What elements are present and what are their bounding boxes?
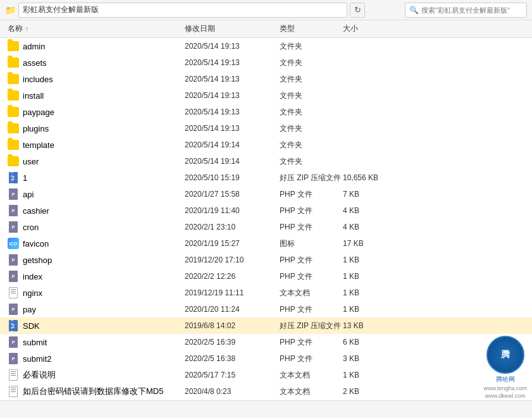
file-type: 文件夹 xyxy=(280,58,343,68)
search-input[interactable] xyxy=(421,6,523,14)
col-header-type[interactable]: 类型 xyxy=(280,23,343,34)
file-date: 2019/12/20 17:10 xyxy=(185,255,280,264)
file-name-text: pay xyxy=(23,305,36,314)
file-name: SDK xyxy=(8,319,185,332)
file-row[interactable]: pay 2020/1/20 11:24 PHP 文件 1 KB xyxy=(0,301,532,317)
file-row[interactable]: nginx 2019/12/19 11:11 文本文档 1 KB xyxy=(0,285,532,301)
file-name-text: nginx xyxy=(23,288,42,298)
folder-icon xyxy=(8,156,19,166)
file-area: 名称 ↑ 修改日期 类型 大小 admin 2020/5/14 19:13 文件… xyxy=(0,20,532,400)
file-name-text: SDK xyxy=(23,321,40,331)
file-row[interactable]: cron 2020/2/1 23:10 PHP 文件 4 KB xyxy=(0,219,532,235)
file-row[interactable]: submit2 2020/2/5 16:38 PHP 文件 3 KB xyxy=(0,350,532,367)
file-name: 必看说明 xyxy=(8,369,185,381)
file-row[interactable]: api 2020/1/27 15:58 PHP 文件 7 KB xyxy=(0,186,532,202)
file-date: 2020/5/14 19:13 xyxy=(185,108,280,116)
zip-icon xyxy=(8,171,19,184)
file-name: getshop xyxy=(8,254,185,266)
file-date: 2020/1/20 11:24 xyxy=(185,305,280,314)
file-row[interactable]: 必看说明 2020/5/17 7:15 文本文档 1 KB xyxy=(0,367,532,383)
file-name-text: submit2 xyxy=(23,354,52,364)
file-row[interactable]: cashier 2020/1/19 11:40 PHP 文件 4 KB xyxy=(0,202,532,219)
ico-icon: ICO xyxy=(8,238,19,249)
file-type: 文件夹 xyxy=(280,156,343,167)
file-row[interactable]: admin 2020/5/14 19:13 文件夹 xyxy=(0,38,532,54)
file-name-text: paypage xyxy=(23,108,54,117)
file-list[interactable]: admin 2020/5/14 19:13 文件夹 assets 2020/5/… xyxy=(0,38,532,400)
folder-icon: 📁 xyxy=(5,5,16,15)
file-date: 2020/5/10 15:19 xyxy=(185,173,280,182)
file-row[interactable]: SDK 2019/6/8 14:02 好压 ZIP 压缩文件 13 KB xyxy=(0,317,532,334)
file-name: ICO favicon xyxy=(8,238,185,249)
file-row[interactable]: install 2020/5/14 19:13 文件夹 xyxy=(0,87,532,104)
file-name-text: submit xyxy=(23,338,47,347)
file-name-text: user xyxy=(23,157,39,166)
file-type: PHP 文件 xyxy=(280,222,343,233)
file-name-text: 1 xyxy=(23,173,27,183)
watermark-url2: www.dkewl.com xyxy=(485,393,526,399)
file-date: 2020/5/17 7:15 xyxy=(185,371,280,379)
file-date: 2020/5/14 19:13 xyxy=(185,124,280,133)
file-type: 文件夹 xyxy=(280,140,343,151)
col-header-size[interactable]: 大小 xyxy=(343,23,393,34)
folder-icon xyxy=(8,107,19,117)
col-header-name[interactable]: 名称 ↑ xyxy=(8,23,185,34)
file-name: 如后台密码错误请到数据库修改下MD5 xyxy=(8,385,185,398)
file-row[interactable]: 如后台密码错误请到数据库修改下MD5 2020/4/8 0:23 文本文档 2 … xyxy=(0,383,532,400)
file-name-text: install xyxy=(23,91,44,101)
file-date: 2020/2/5 16:38 xyxy=(185,354,280,363)
file-row[interactable]: index 2020/2/2 12:26 PHP 文件 1 KB xyxy=(0,268,532,285)
address-bar[interactable]: 彩虹易支付全解最新版 xyxy=(18,3,347,18)
title-bar-left: 📁 彩虹易支付全解最新版 ↻ xyxy=(5,3,402,18)
folder-icon xyxy=(8,90,19,101)
watermark-url: www.tengha.com xyxy=(483,385,527,391)
file-row[interactable]: ICO favicon 2020/1/19 15:27 图标 17 KB xyxy=(0,235,532,252)
file-date: 2020/1/19 15:27 xyxy=(185,239,280,248)
watermark-site: 腾哈网 xyxy=(496,375,515,384)
file-date: 2020/5/14 19:13 xyxy=(185,58,280,67)
file-row[interactable]: assets 2020/5/14 19:13 文件夹 xyxy=(0,54,532,71)
folder-icon xyxy=(8,123,19,133)
refresh-button[interactable]: ↻ xyxy=(350,3,365,18)
path-text: 彩虹易支付全解最新版 xyxy=(23,4,99,15)
file-name: paypage xyxy=(8,107,185,117)
file-type: PHP 文件 xyxy=(280,255,343,266)
file-row[interactable]: plugins 2020/5/14 19:13 文件夹 xyxy=(0,120,532,137)
php-icon xyxy=(8,221,19,233)
file-date: 2020/5/14 19:13 xyxy=(185,75,280,83)
file-date: 2020/2/5 16:39 xyxy=(185,338,280,347)
file-date: 2020/2/2 12:26 xyxy=(185,272,280,281)
php-icon xyxy=(8,336,19,348)
file-row[interactable]: includes 2020/5/14 19:13 文件夹 xyxy=(0,71,532,87)
file-size: 7 KB xyxy=(343,190,393,199)
watermark: 腾哈网 www.tengha.com www.dkewl.com xyxy=(483,336,527,399)
file-date: 2020/5/14 19:13 xyxy=(185,91,280,100)
file-type: PHP 文件 xyxy=(280,206,343,216)
file-name: 1 xyxy=(8,171,185,184)
file-name: user xyxy=(8,156,185,166)
search-box[interactable]: 🔍 xyxy=(405,3,527,18)
file-size: 10,656 KB xyxy=(343,173,393,182)
file-type: PHP 文件 xyxy=(280,353,343,364)
file-size: 2 KB xyxy=(343,387,393,396)
file-row[interactable]: user 2020/5/14 19:14 文件夹 xyxy=(0,153,532,169)
file-name-text: index xyxy=(23,272,42,281)
file-row[interactable]: template 2020/5/14 19:14 文件夹 xyxy=(0,137,532,153)
file-name: admin xyxy=(8,41,185,51)
file-row[interactable]: submit 2020/2/5 16:39 PHP 文件 6 KB xyxy=(0,334,532,350)
file-name: submit2 xyxy=(8,352,185,365)
file-size: 1 KB xyxy=(343,371,393,379)
file-row[interactable]: getshop 2019/12/20 17:10 PHP 文件 1 KB xyxy=(0,252,532,268)
file-name: install xyxy=(8,90,185,101)
file-row[interactable]: paypage 2020/5/14 19:13 文件夹 xyxy=(0,104,532,120)
col-header-date[interactable]: 修改日期 xyxy=(185,23,280,34)
file-type: 文本文档 xyxy=(280,386,343,397)
folder-icon xyxy=(8,58,19,68)
file-type: 文件夹 xyxy=(280,107,343,118)
php-icon xyxy=(8,204,19,217)
file-row[interactable]: 1 2020/5/10 15:19 好压 ZIP 压缩文件 10,656 KB xyxy=(0,169,532,186)
file-type: PHP 文件 xyxy=(280,271,343,282)
file-date: 2020/5/14 19:14 xyxy=(185,140,280,149)
file-name: plugins xyxy=(8,123,185,133)
file-name: cashier xyxy=(8,204,185,217)
